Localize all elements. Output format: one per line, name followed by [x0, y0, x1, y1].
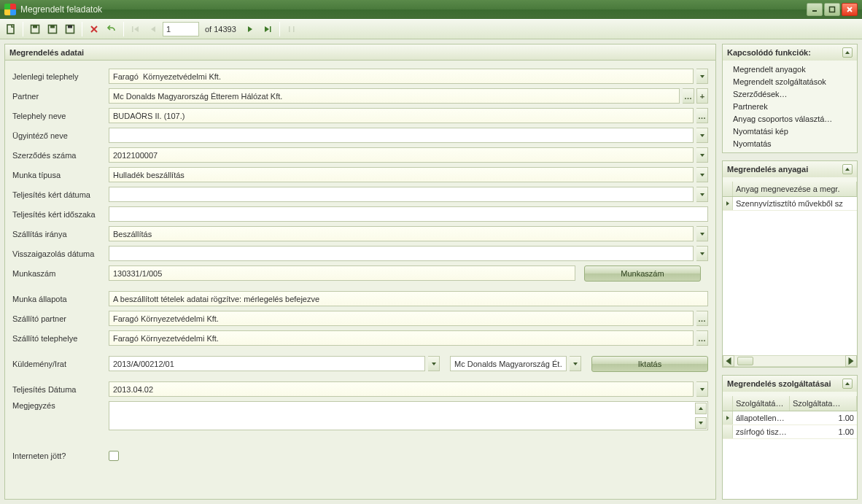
field-partner[interactable]: [109, 88, 680, 104]
lbl-interneten-jott: Interneten jött?: [12, 451, 104, 460]
dropdown-icon[interactable]: [570, 356, 581, 371]
save-new-button[interactable]: [44, 21, 61, 37]
horizontal-scrollbar[interactable]: [723, 355, 857, 367]
collapse-icon[interactable]: [842, 164, 853, 174]
field-visszaigazolas-datuma[interactable]: [109, 246, 694, 261]
field-szerzodes-szama[interactable]: [109, 147, 694, 163]
field-munka-tipusa[interactable]: [109, 167, 694, 182]
field-szallito-telephelye[interactable]: [109, 330, 694, 346]
scroll-right-icon[interactable]: [845, 355, 857, 367]
field-szallito-partner[interactable]: [109, 311, 694, 326]
scroll-thumb[interactable]: [737, 357, 753, 365]
related-item[interactable]: Nyomtatási kép: [733, 127, 854, 136]
lookup-button[interactable]: …: [696, 330, 708, 346]
save-button[interactable]: [27, 21, 43, 37]
scroll-up-icon[interactable]: [695, 403, 707, 414]
related-list: Megrendelt anyagok Megrendelt szolgáltat…: [723, 61, 857, 152]
lbl-teljesites-kert-datuma: Teljesítés kért dátuma: [12, 190, 104, 199]
undo-button[interactable]: [104, 21, 120, 37]
lbl-telephely-neve: Telephely neve: [12, 112, 104, 120]
nav-of-label: of 14393: [205, 25, 236, 34]
add-button[interactable]: +: [696, 88, 708, 104]
checkbox-interneten-jott[interactable]: [109, 451, 119, 461]
lookup-button[interactable]: …: [696, 108, 708, 123]
maximize-button[interactable]: [824, 3, 840, 16]
delete-button[interactable]: [86, 21, 102, 37]
field-teljesites-datuma[interactable]: [109, 381, 694, 397]
svg-rect-4: [7, 25, 14, 34]
related-item[interactable]: Partnerek: [733, 102, 854, 111]
field-ugyintezo-neve[interactable]: [109, 128, 694, 143]
field-telephely-neve[interactable]: [109, 108, 694, 123]
dropdown-icon[interactable]: [696, 187, 708, 202]
related-item[interactable]: Szerződések…: [733, 90, 854, 98]
iktatas-button[interactable]: Iktatás: [591, 356, 708, 372]
main-group-title: Megrendelés adatai: [9, 48, 84, 57]
lookup-button[interactable]: …: [696, 311, 708, 326]
col-szolgaltatas2[interactable]: Szolgáltata…: [790, 396, 857, 411]
anyagok-title: Megrendelés anyagai: [727, 165, 808, 174]
field-szallitas-iranya[interactable]: [109, 226, 694, 241]
nav-last-button[interactable]: [260, 21, 276, 37]
collapse-icon[interactable]: [842, 379, 853, 389]
dropdown-icon[interactable]: [696, 226, 708, 241]
scroll-down-icon[interactable]: [695, 417, 707, 429]
field-teljesites-kert-idoszaka[interactable]: [109, 206, 708, 222]
related-item[interactable]: Megrendelt anyagok: [733, 65, 854, 74]
dropdown-icon[interactable]: [696, 246, 708, 261]
field-munkaszam[interactable]: [109, 265, 575, 281]
lookup-button[interactable]: …: [683, 88, 694, 104]
dropdown-icon[interactable]: [696, 147, 708, 163]
table-row[interactable]: állapotellen… 1.00: [723, 411, 857, 425]
related-item[interactable]: Megrendelt szolgáltatások: [733, 77, 854, 86]
lbl-munka-allapota: Munka állapota: [12, 295, 104, 303]
field-jelenlegi-telephely[interactable]: [109, 69, 694, 84]
svg-marker-21: [700, 75, 704, 78]
nav-next-button[interactable]: [242, 21, 258, 37]
svg-rect-8: [50, 26, 55, 28]
dropdown-icon[interactable]: [428, 356, 440, 371]
related-item[interactable]: Anyag csoportos választá…: [733, 115, 854, 123]
dropdown-icon[interactable]: [696, 69, 708, 84]
row-indicator-icon: [723, 411, 733, 424]
collapse-icon[interactable]: [842, 47, 853, 58]
table-row[interactable]: Szennyvíztisztító művekből sz: [723, 197, 857, 211]
field-kuldemeny-irat[interactable]: [109, 356, 425, 371]
svg-rect-19: [289, 26, 290, 32]
field-megjegyzes[interactable]: [109, 401, 708, 430]
svg-marker-33: [845, 51, 850, 54]
field-teljesites-kert-datuma[interactable]: [109, 187, 694, 202]
nav-first-button[interactable]: [128, 21, 144, 37]
col-szolgaltatas[interactable]: Szolgáltatá…: [733, 396, 790, 411]
scroll-track[interactable]: [734, 355, 845, 367]
svg-marker-14: [134, 26, 139, 32]
szolg-header: Megrendelés szolgáltatásai: [723, 376, 857, 392]
table-row[interactable]: zsírfogó tisz… 1.00: [723, 425, 857, 439]
lbl-megjegyzes: Megjegyzés: [12, 399, 104, 410]
nav-prev-button[interactable]: [145, 21, 161, 37]
lbl-szallitas-iranya: Szállítás iránya: [12, 230, 104, 239]
related-item[interactable]: Nyomtatás: [733, 139, 854, 148]
svg-rect-13: [132, 26, 133, 32]
dropdown-icon[interactable]: [696, 167, 708, 182]
close-button[interactable]: [842, 3, 858, 16]
dropdown-icon[interactable]: [696, 381, 708, 397]
new-button[interactable]: [3, 21, 19, 37]
window-title: Megrendelt feladatok: [20, 4, 805, 15]
nav-current-input[interactable]: [163, 22, 199, 36]
cell: 1.00: [790, 411, 857, 424]
lbl-kuldemeny-irat: Küldemény/Irat: [12, 360, 104, 368]
lbl-teljesites-datuma: Teljesítés Dátuma: [12, 385, 104, 394]
refresh-button[interactable]: [284, 21, 300, 37]
scroll-left-icon[interactable]: [723, 355, 734, 367]
munkaszam-button[interactable]: Munkaszám: [584, 265, 701, 282]
field-munka-allapota[interactable]: [109, 291, 708, 306]
field-kuldemeny-partner[interactable]: [450, 356, 567, 371]
svg-marker-26: [700, 233, 704, 236]
szolg-grid-body[interactable]: állapotellen… 1.00 zsírfogó tisz… 1.00: [723, 411, 857, 499]
col-anyag-megnevezes[interactable]: Anyag megnevezése a megr.: [733, 182, 857, 196]
anyagok-grid-body[interactable]: Szennyvíztisztító művekből sz: [723, 197, 857, 355]
minimize-button[interactable]: [807, 3, 823, 16]
dropdown-icon[interactable]: [696, 128, 708, 143]
save-close-button[interactable]: [62, 21, 78, 37]
